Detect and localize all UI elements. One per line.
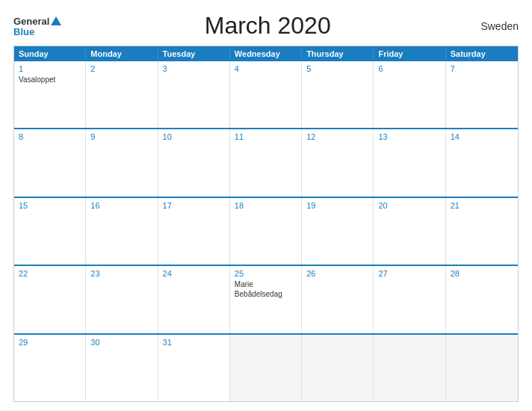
day-cell-1-5: 5: [302, 61, 374, 128]
calendar-header: Sunday Monday Tuesday Wednesday Thursday…: [14, 46, 518, 61]
page-title: March 2020: [61, 12, 474, 40]
day-cell-3-4: 18: [230, 198, 302, 265]
day-cell-4-3: 24: [158, 266, 230, 333]
day-cell-4-7: 28: [446, 266, 518, 333]
day-cell-5-4: [230, 335, 302, 401]
day-cell-3-3: 17: [158, 198, 230, 265]
col-sunday: Sunday: [14, 46, 86, 61]
day-number: 17: [163, 201, 225, 210]
day-number: 30: [90, 338, 152, 347]
day-number: 13: [378, 132, 440, 141]
day-cell-4-4: 25Marie Bebådelsedag: [230, 266, 302, 333]
day-number: 28: [451, 269, 513, 278]
col-monday: Monday: [86, 46, 158, 61]
logo-triangle-icon: [51, 16, 61, 25]
day-number: 12: [306, 132, 368, 141]
page-header: General Blue March 2020 Sweden: [13, 12, 519, 40]
logo-general: General: [13, 16, 49, 27]
week-row-3: 15161718192021: [14, 198, 518, 266]
day-cell-5-7: [446, 335, 518, 401]
day-number: 5: [306, 64, 368, 73]
logo-blue: Blue: [13, 27, 61, 37]
day-number: 22: [19, 269, 81, 278]
day-number: 4: [235, 64, 297, 73]
day-number: 29: [19, 338, 81, 347]
day-cell-4-2: 23: [86, 266, 158, 333]
day-number: 15: [19, 201, 81, 210]
col-friday: Friday: [374, 46, 445, 61]
day-number: 25: [235, 269, 297, 278]
day-cell-1-2: 2: [86, 61, 158, 128]
day-cell-4-6: 27: [374, 266, 445, 333]
day-number: 18: [235, 201, 297, 210]
day-cell-3-1: 15: [14, 198, 86, 265]
day-number: 3: [163, 64, 225, 73]
day-cell-4-5: 26: [302, 266, 374, 333]
day-cell-3-7: 21: [446, 198, 518, 265]
day-cell-1-1: 1Vasaloppet: [14, 61, 86, 128]
calendar-grid: Sunday Monday Tuesday Wednesday Thursday…: [13, 46, 519, 402]
week-row-2: 891011121314: [14, 129, 518, 197]
day-cell-1-3: 3: [158, 61, 230, 128]
logo-text: General: [13, 15, 61, 27]
calendar-page: General Blue March 2020 Sweden Sunday Mo…: [0, 0, 532, 411]
day-number: 1: [19, 64, 81, 73]
day-number: 19: [306, 201, 368, 210]
logo: General Blue: [13, 15, 61, 37]
day-cell-2-4: 11: [230, 129, 302, 196]
day-number: 27: [378, 269, 440, 278]
day-number: 9: [90, 132, 152, 141]
day-cell-2-7: 14: [446, 129, 518, 196]
day-cell-1-7: 7: [446, 61, 518, 128]
day-cell-4-1: 22: [14, 266, 86, 333]
country-label: Sweden: [474, 20, 519, 32]
day-cell-2-3: 10: [158, 129, 230, 196]
day-number: 23: [90, 269, 152, 278]
day-cell-5-5: [302, 335, 374, 401]
day-cell-5-6: [374, 335, 445, 401]
day-number: 10: [163, 132, 225, 141]
col-saturday: Saturday: [446, 46, 518, 61]
day-cell-5-3: 31: [158, 335, 230, 401]
day-cell-3-5: 19: [302, 198, 374, 265]
day-cell-2-2: 9: [86, 129, 158, 196]
event-label: Vasaloppet: [19, 75, 55, 84]
day-number: 2: [90, 64, 152, 73]
day-cell-2-5: 12: [302, 129, 374, 196]
calendar-body: 1Vasaloppet23456789101112131415161718192…: [14, 61, 518, 401]
col-tuesday: Tuesday: [158, 46, 230, 61]
event-label: Marie Bebådelsedag: [235, 280, 282, 298]
day-cell-2-6: 13: [374, 129, 445, 196]
day-number: 14: [451, 132, 513, 141]
day-number: 31: [163, 338, 225, 347]
day-cell-3-2: 16: [86, 198, 158, 265]
day-cell-1-6: 6: [374, 61, 445, 128]
week-row-1: 1Vasaloppet234567: [14, 61, 518, 129]
day-cell-2-1: 8: [14, 129, 86, 196]
week-row-4: 22232425Marie Bebådelsedag262728: [14, 266, 518, 334]
col-thursday: Thursday: [302, 46, 374, 61]
day-number: 26: [306, 269, 368, 278]
day-number: 11: [235, 132, 297, 141]
day-cell-5-2: 30: [86, 335, 158, 401]
day-number: 24: [163, 269, 225, 278]
day-cell-3-6: 20: [374, 198, 445, 265]
day-number: 7: [451, 64, 513, 73]
day-number: 6: [378, 64, 440, 73]
day-cell-1-4: 4: [230, 61, 302, 128]
week-row-5: 293031: [14, 335, 518, 401]
day-cell-5-1: 29: [14, 335, 86, 401]
col-wednesday: Wednesday: [230, 46, 302, 61]
day-number: 20: [378, 201, 440, 210]
day-number: 16: [90, 201, 152, 210]
day-number: 8: [19, 132, 81, 141]
day-number: 21: [451, 201, 513, 210]
